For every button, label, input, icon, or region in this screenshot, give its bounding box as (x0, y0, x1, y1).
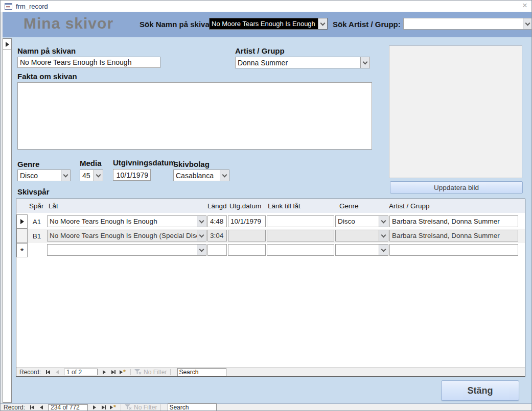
previous-record-button[interactable] (37, 404, 45, 411)
track-artist-field[interactable]: Barbara Streisand, Donna Summer (389, 215, 518, 227)
next-record-button[interactable] (100, 369, 108, 375)
close-icon[interactable]: × (522, 1, 527, 11)
track-link-field[interactable] (267, 215, 334, 227)
record-label: Record: (4, 404, 25, 411)
search-name-combo[interactable]: No Moore Tears Enough Is Enough (209, 18, 328, 30)
tracks-subform: Spår Låt Längd Utg.datum Länk till låt G… (16, 199, 525, 377)
next-record-button[interactable] (90, 404, 99, 411)
track-title-combo[interactable]: No Moore Tears Enough Is Enough (47, 215, 206, 227)
track-artist-value: Barbara Streisand, Donna Summer (392, 217, 500, 225)
chevron-down-icon[interactable] (94, 170, 103, 181)
chevron-glyph (381, 232, 386, 237)
track-length-value: 4:48 (210, 217, 223, 225)
chevron-down-icon[interactable] (379, 245, 388, 255)
track-length-field[interactable] (207, 244, 227, 256)
chevron-glyph (96, 172, 101, 177)
track-title-combo[interactable]: No Moore Tears Enough Is Enough (Special… (47, 230, 206, 241)
track-number (28, 243, 46, 257)
chevron-down-icon[interactable] (61, 170, 70, 181)
chevron-down-icon[interactable] (220, 170, 229, 181)
album-image-frame (389, 45, 522, 178)
facts-label: Fakta om skivan (17, 72, 77, 81)
first-record-button[interactable] (28, 404, 36, 411)
search-name-label: Sök Namn på skivan: (140, 20, 217, 29)
track-length-value: 3:04 (210, 232, 223, 239)
search-input[interactable] (168, 403, 217, 411)
artist-label: Artist / Grupp (235, 46, 285, 55)
last-record-button[interactable] (109, 369, 118, 375)
genre-label: Genre (17, 160, 39, 168)
current-record-arrow-icon (6, 42, 9, 47)
form-header-content: Mina skivor Sök Namn på skivan: No Moore… (3, 12, 532, 37)
chevron-down-icon[interactable] (523, 18, 532, 29)
new-record-button[interactable]: * (109, 404, 117, 411)
col-header-genre: Genre (339, 202, 359, 210)
facts-textarea[interactable] (17, 82, 372, 150)
track-title-combo[interactable] (47, 244, 206, 256)
current-record-arrow-icon (20, 219, 24, 224)
track-title-value: No Moore Tears Enough Is Enough (Special… (48, 232, 197, 239)
track-length-field[interactable]: 3:04 (207, 230, 227, 241)
chevron-down-icon[interactable] (197, 245, 206, 255)
window-title: frm_record (16, 3, 48, 10)
update-image-button[interactable]: Uppdatera bild (390, 181, 523, 194)
track-number: A1 (28, 214, 46, 229)
chevron-down-icon[interactable] (379, 216, 388, 227)
record-company-label: Skivbolag (173, 160, 210, 168)
artist-combo[interactable]: Donna Summer (235, 57, 370, 68)
name-field[interactable]: No Moore Tears Enough Is Enough (17, 57, 160, 68)
record-position[interactable]: 234 of 772 (48, 404, 88, 411)
release-date-value: 10/1/1979 (117, 171, 148, 179)
row-record-selector[interactable] (16, 229, 28, 243)
search-input[interactable] (177, 368, 226, 376)
no-filter-indicator[interactable]: No Filter (134, 369, 167, 376)
row-record-selector[interactable] (16, 214, 28, 229)
genre-value: Disco (18, 172, 61, 180)
track-link-field[interactable] (267, 244, 334, 256)
chevron-down-icon[interactable] (197, 216, 206, 227)
chevron-down-icon[interactable] (360, 57, 369, 68)
new-record-star-icon: * (123, 371, 126, 374)
col-header-artist: Artist / Grupp (389, 202, 430, 210)
filter-funnel-icon (134, 369, 142, 375)
no-filter-indicator[interactable]: No Filter (125, 404, 157, 411)
first-record-button[interactable] (44, 369, 52, 375)
record-selector-bar[interactable] (3, 38, 12, 403)
track-artist-field[interactable] (389, 244, 518, 256)
track-genre-combo[interactable]: Disco (335, 215, 388, 227)
artist-value: Donna Summer (236, 59, 360, 67)
genre-combo[interactable]: Disco (17, 170, 71, 181)
tracks-section-label: Skivspår (17, 187, 50, 196)
record-company-combo[interactable]: Casablanca (173, 170, 229, 181)
new-record-star-icon: * (113, 406, 116, 409)
chevron-glyph (363, 59, 368, 64)
new-record-button[interactable]: * (119, 369, 127, 375)
main-record-navigation: Record: 234 of 772 * No Filter (1, 403, 531, 411)
previous-record-button[interactable] (53, 369, 61, 375)
track-release-field[interactable]: 10/1/1979 (228, 215, 266, 227)
track-link-field[interactable] (267, 230, 334, 241)
record-position[interactable]: 1 of 2 (64, 369, 98, 375)
track-genre-combo[interactable] (335, 230, 388, 241)
filter-funnel-icon (125, 404, 132, 410)
track-artist-field[interactable]: Barbara Streisand, Donna Summer (389, 230, 518, 241)
track-release-field[interactable] (228, 230, 266, 241)
search-artist-combo[interactable] (403, 18, 532, 30)
new-record-selector[interactable]: * (16, 243, 28, 257)
no-filter-label: No Filter (144, 369, 167, 376)
chevron-down-icon[interactable] (197, 230, 206, 241)
track-title-value: No Moore Tears Enough Is Enough (48, 217, 197, 225)
chevron-down-icon[interactable] (379, 230, 388, 241)
track-length-field[interactable]: 4:48 (207, 215, 227, 227)
chevron-down-icon[interactable] (318, 18, 327, 29)
release-date-field[interactable]: 10/1/1979 (113, 169, 151, 181)
media-label: Media (80, 159, 102, 167)
close-form-button[interactable]: Stäng (441, 380, 519, 401)
media-combo[interactable]: 45 (80, 170, 103, 181)
record-label: Record: (19, 369, 41, 376)
last-record-button[interactable] (100, 404, 108, 411)
track-genre-value: Disco (336, 217, 379, 225)
track-genre-combo[interactable] (335, 244, 388, 256)
track-release-field[interactable] (228, 244, 266, 256)
tracks-table-header: Spår Låt Längd Utg.datum Länk till låt G… (16, 199, 525, 213)
